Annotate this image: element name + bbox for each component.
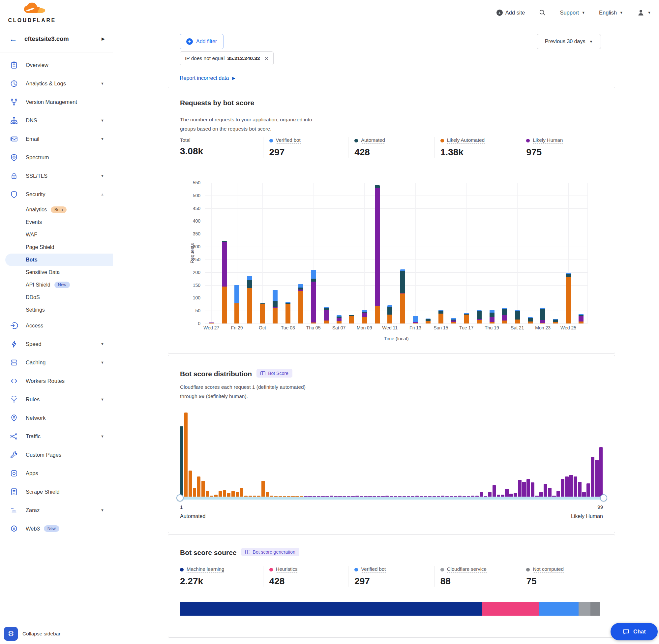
stacked-bar[interactable] [502, 308, 507, 323]
slider-handle-min[interactable] [176, 494, 184, 502]
bot-score-generation-doc-chip[interactable]: Bot score generation [241, 548, 299, 556]
stacked-bar[interactable] [515, 310, 520, 323]
stacked-bar[interactable] [387, 305, 392, 323]
histogram-bin[interactable] [518, 480, 521, 499]
requests-chart-plot[interactable]: 050100150200250300350400450500550Wed 27F… [205, 183, 587, 323]
stacked-bar[interactable] [566, 273, 571, 323]
sidebar-item-network[interactable]: Network [0, 409, 113, 427]
date-range-dropdown[interactable]: Previous 30 days ▼ [537, 34, 601, 49]
search-button[interactable] [539, 9, 546, 16]
stacked-bar[interactable] [579, 314, 584, 323]
sidebar-item-overview[interactable]: Overview [0, 56, 113, 74]
stat-label[interactable]: Likely Human [533, 137, 563, 144]
stat-label[interactable]: Not computed [533, 566, 563, 573]
stacked-bar[interactable] [336, 315, 342, 323]
stacked-bar[interactable] [285, 302, 290, 323]
stacked-bar[interactable] [375, 185, 380, 323]
back-arrow-icon[interactable]: ← [9, 34, 17, 44]
histogram-bin[interactable] [591, 457, 594, 499]
sidebar-item-ssl-tls[interactable]: SSL/TLS▼ [0, 166, 113, 185]
sidebar-subitem-page-shield[interactable]: Page Shield [0, 241, 113, 254]
add-site-button[interactable]: + Add site [496, 9, 525, 16]
stacked-bar[interactable] [439, 310, 443, 323]
sidebar-item-security[interactable]: Security▲ [0, 185, 113, 204]
slider-handle-max[interactable] [600, 494, 607, 502]
account-menu[interactable]: ▼ [637, 8, 651, 17]
stacked-bar[interactable] [209, 322, 214, 323]
stacked-bar[interactable] [400, 270, 405, 323]
stat-label[interactable]: Likely Automated [447, 137, 485, 144]
remove-filter-icon[interactable]: × [265, 55, 269, 62]
histogram-bin[interactable] [197, 477, 201, 499]
sidebar-item-workers-routes[interactable]: Workers Routes [0, 372, 113, 390]
chevron-right-icon[interactable]: ▶ [101, 36, 105, 41]
stat-label[interactable]: Automated [361, 137, 385, 144]
stacked-bar[interactable] [311, 270, 316, 323]
stacked-bar[interactable] [298, 284, 303, 323]
histogram-bin[interactable] [526, 479, 530, 499]
sidebar-item-custom-pages[interactable]: Custom Pages [0, 445, 113, 464]
chat-button[interactable]: Chat [611, 623, 658, 640]
stacked-bar[interactable] [324, 307, 329, 323]
histogram-bin[interactable] [599, 447, 603, 499]
bot-score-histogram[interactable] [180, 413, 604, 499]
site-selector[interactable]: ← cftestsite3.com ▶ [0, 25, 113, 52]
stacked-bar[interactable] [349, 315, 354, 323]
histogram-bin[interactable] [595, 460, 598, 499]
sidebar-item-access[interactable]: Access [0, 316, 113, 335]
stacked-bar[interactable] [273, 290, 278, 323]
stacked-bar[interactable] [426, 319, 430, 323]
sidebar-item-web3[interactable]: Web3New [0, 519, 113, 538]
sidebar-item-dns[interactable]: DNS▼ [0, 111, 113, 130]
sidebar-item-scrape-shield[interactable]: Scrape Shield [0, 482, 113, 501]
sidebar-item-version-management[interactable]: Version Management [0, 93, 113, 111]
sidebar-item-email[interactable]: Email▼ [0, 130, 113, 148]
bot-score-doc-chip[interactable]: Bot Score [257, 369, 292, 377]
stacked-bar[interactable] [490, 310, 494, 323]
stacked-bar[interactable] [413, 316, 418, 323]
sidebar-item-traffic[interactable]: Traffic▼ [0, 427, 113, 445]
stacked-bar[interactable] [451, 318, 456, 323]
histogram-bin[interactable] [261, 481, 265, 499]
sidebar-subitem-sensitive-data[interactable]: Sensitive Data [0, 266, 113, 279]
collapse-sidebar-button[interactable]: Collapse sidebar [22, 631, 60, 637]
sidebar-subitem-settings[interactable]: Settings [0, 304, 113, 316]
score-range-slider[interactable] [180, 497, 604, 500]
stat-label[interactable]: Machine learning [187, 566, 224, 573]
sidebar-item-caching[interactable]: Caching▼ [0, 353, 113, 372]
stat-label[interactable]: Heuristics [276, 566, 298, 573]
language-menu[interactable]: English ▼ [599, 9, 623, 16]
histogram-bin[interactable] [561, 479, 564, 499]
stacked-bar[interactable] [464, 313, 469, 323]
cloudflare-logo[interactable]: CLOUDFLARE [7, 1, 57, 23]
sidebar-subitem-ddos[interactable]: DDoS [0, 291, 113, 304]
stacked-bar[interactable] [222, 241, 227, 323]
histogram-bin[interactable] [184, 413, 188, 499]
stacked-bar[interactable] [362, 310, 367, 323]
sidebar-item-rules[interactable]: Rules▼ [0, 390, 113, 409]
sidebar-item-analytics-logs[interactable]: Analytics & Logs▼ [0, 74, 113, 93]
histogram-bin[interactable] [565, 477, 568, 499]
sidebar-item-speed[interactable]: Speed▼ [0, 335, 113, 353]
histogram-bin[interactable] [180, 427, 183, 499]
sidebar-item-apps[interactable]: Apps [0, 464, 113, 482]
stat-label[interactable]: Cloudflare service [447, 566, 487, 573]
sidebar-subitem-events[interactable]: Events [0, 216, 113, 229]
stacked-bar[interactable] [260, 303, 265, 323]
sidebar-subitem-waf[interactable]: WAF [0, 229, 113, 241]
add-filter-button[interactable]: + Add filter [180, 34, 223, 49]
support-menu[interactable]: Support ▼ [560, 9, 585, 16]
stacked-bar[interactable] [247, 276, 252, 323]
stacked-bar[interactable] [234, 285, 239, 323]
sidebar-item-spectrum[interactable]: Spectrum [0, 148, 113, 166]
histogram-bin[interactable] [569, 475, 573, 499]
stat-label[interactable]: Verified bot [276, 137, 301, 144]
sidebar-item-zaraz[interactable]: Zaraz▼ [0, 501, 113, 519]
sidebar-subitem-bots[interactable]: Bots [5, 254, 113, 266]
report-incorrect-data-link[interactable]: Report incorrect data ▶ [180, 75, 235, 81]
sidebar-subitem-analytics[interactable]: AnalyticsBeta [0, 204, 113, 216]
histogram-bin[interactable] [189, 470, 192, 499]
sidebar-subitem-api-shield[interactable]: API ShieldNew [0, 279, 113, 291]
stacked-bar[interactable] [477, 310, 481, 323]
histogram-bin[interactable] [202, 481, 205, 499]
